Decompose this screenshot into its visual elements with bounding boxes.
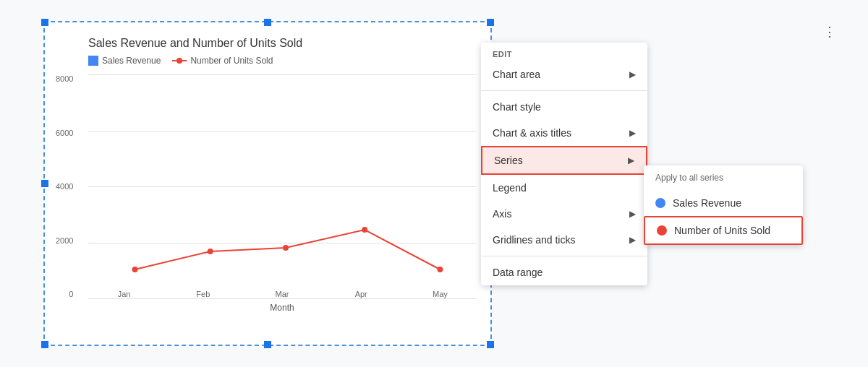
legend-label-units: Number of Units Sold	[190, 56, 273, 66]
handle-lm[interactable]	[41, 180, 48, 187]
menu-label-chart-area: Chart area	[493, 69, 540, 80]
grid-line-bottom	[88, 298, 476, 299]
menu-edit-label: EDIT	[481, 43, 647, 61]
legend-line-red	[172, 60, 187, 61]
scene: Sales Revenue and Number of Units Sold S…	[22, 14, 846, 353]
menu-item-series[interactable]: Series ▶	[481, 146, 647, 175]
legend-box-blue	[88, 56, 98, 66]
y-label-0: 0	[56, 290, 73, 298]
arrow-series: ▶	[628, 155, 634, 165]
y-label-2000: 2000	[56, 236, 73, 245]
sub-menu-item-units-sold[interactable]: Number of Units Sold	[644, 216, 803, 245]
menu-item-chart-axis-titles[interactable]: Chart & axis titles ▶	[481, 120, 647, 146]
menu-divider-1	[481, 90, 647, 91]
legend-units-sold: Number of Units Sold	[172, 56, 273, 66]
arrow-gridlines: ▶	[629, 235, 636, 245]
bar-group-jan: Jan	[95, 286, 153, 298]
series-sub-menu: Apply to all series Sales Revenue Number…	[644, 165, 803, 245]
menu-label-axis: Axis	[493, 208, 511, 220]
bar-label-mar: Mar	[276, 290, 289, 298]
bars-area: Jan Feb Mar Apr May	[88, 74, 476, 298]
menu-label-data-range: Data range	[493, 267, 542, 278]
menu-item-gridlines[interactable]: Gridlines and ticks ▶	[481, 227, 647, 253]
menu-item-data-range[interactable]: Data range	[481, 259, 647, 285]
bar-label-may: May	[433, 290, 448, 298]
menu-item-chart-area[interactable]: Chart area ▶	[481, 61, 647, 87]
sub-menu-label-units: Number of Units Sold	[674, 225, 770, 236]
bar-label-jan: Jan	[118, 290, 131, 298]
menu-item-legend[interactable]: Legend	[481, 175, 647, 201]
chart-area: 8000 6000 4000 2000 0 Jan	[88, 74, 476, 298]
handle-tl[interactable]	[41, 19, 48, 26]
x-axis-title: Month	[88, 303, 476, 313]
menu-item-chart-style[interactable]: Chart style	[481, 94, 647, 120]
handle-tm[interactable]	[264, 19, 271, 26]
y-label-4000: 4000	[56, 182, 73, 191]
bar-label-feb: Feb	[196, 290, 210, 298]
menu-label-gridlines: Gridlines and ticks	[493, 234, 575, 246]
three-dots-button[interactable]: ⋮	[823, 24, 836, 40]
bar-group-mar: Mar	[253, 286, 310, 298]
y-label-8000: 8000	[56, 74, 73, 83]
menu-label-legend: Legend	[493, 182, 527, 194]
arrow-axis: ▶	[629, 209, 636, 219]
arrow-chart-area: ▶	[629, 69, 636, 79]
sub-menu-item-sales-revenue[interactable]: Sales Revenue	[644, 190, 803, 216]
handle-bl[interactable]	[41, 341, 48, 348]
chart-legend: Sales Revenue Number of Units Sold	[88, 56, 476, 66]
menu-label-chart-axis: Chart & axis titles	[493, 127, 571, 139]
bar-group-feb: Feb	[174, 286, 231, 298]
handle-tr[interactable]	[487, 19, 494, 26]
sub-menu-header: Apply to all series	[644, 165, 803, 190]
handle-bm[interactable]	[264, 341, 271, 348]
legend-sales-revenue: Sales Revenue	[88, 56, 161, 66]
chart-container: Sales Revenue and Number of Units Sold S…	[43, 21, 492, 346]
chart-title: Sales Revenue and Number of Units Sold	[88, 37, 476, 50]
dot-units-sold	[657, 225, 667, 236]
menu-item-axis[interactable]: Axis ▶	[481, 201, 647, 227]
context-menu: EDIT Chart area ▶ Chart style Chart & ax…	[481, 43, 647, 285]
dot-sales-revenue	[655, 198, 665, 208]
y-axis-labels: 8000 6000 4000 2000 0	[56, 74, 73, 298]
bar-group-apr: Apr	[333, 286, 390, 298]
menu-label-chart-style: Chart style	[493, 101, 541, 113]
menu-label-series: Series	[494, 155, 523, 166]
handle-br[interactable]	[487, 341, 494, 348]
arrow-chart-axis: ▶	[629, 128, 636, 138]
y-label-6000: 6000	[56, 129, 73, 137]
legend-label-sales: Sales Revenue	[102, 56, 161, 66]
menu-divider-2	[481, 256, 647, 256]
bar-label-apr: Apr	[355, 290, 367, 298]
sub-menu-label-sales: Sales Revenue	[673, 197, 741, 209]
bar-group-may: May	[412, 286, 469, 298]
